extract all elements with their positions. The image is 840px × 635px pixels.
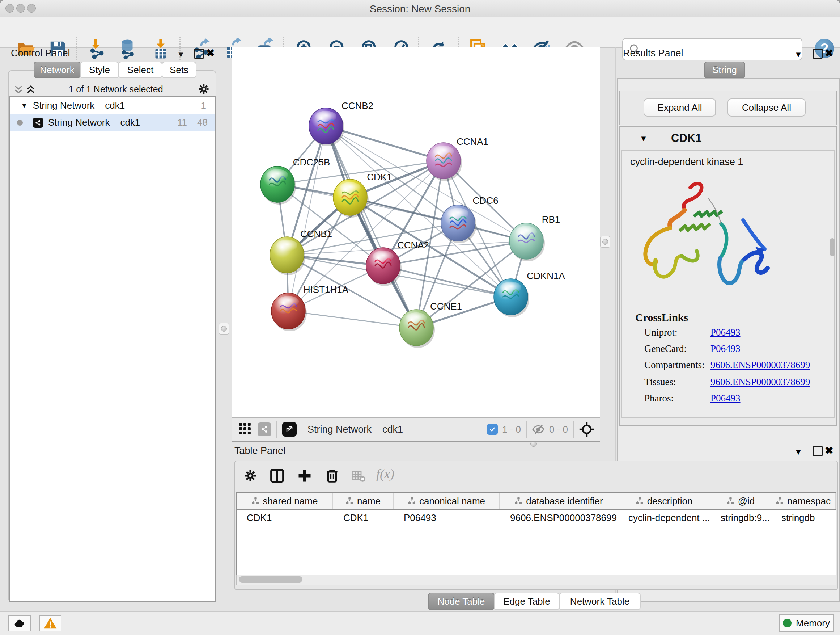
column-header-database-identifier[interactable]: database identifier <box>500 493 618 509</box>
network-node-CCNA1[interactable]: CCNA1 <box>426 136 488 181</box>
tab-style[interactable]: Style <box>80 62 119 78</box>
create-column-button[interactable] <box>297 468 313 485</box>
column-header-name[interactable]: name <box>333 493 393 509</box>
protein-name: CDK1 <box>671 132 701 145</box>
network-node-HIST1H1A[interactable]: HIST1H1A <box>271 284 349 331</box>
hidden-count: 0 - 0 <box>549 424 568 435</box>
network-view-share-button[interactable] <box>257 423 271 436</box>
tab-sets[interactable]: Sets <box>162 62 196 78</box>
right-splitter-handle[interactable] <box>600 236 610 248</box>
crosslink-label: Uniprot: <box>644 327 677 338</box>
tree-collapse-arrow-icon[interactable]: ▼ <box>21 101 28 110</box>
selected-checkbox-icon[interactable] <box>487 424 498 435</box>
memory-button[interactable]: Memory <box>779 614 834 632</box>
show-columns-button[interactable] <box>269 468 285 485</box>
results-panel-menu-button[interactable]: ▼ <box>794 50 802 59</box>
control-panel-float-button[interactable] <box>194 49 204 59</box>
table-cell[interactable]: stringdb <box>771 510 836 526</box>
results-scrollbar-thumb[interactable] <box>830 238 835 256</box>
table-cell[interactable]: CDK1 <box>237 510 333 526</box>
pharos-link[interactable]: P06493 <box>711 393 741 404</box>
table-row[interactable]: CDK1CDK1P064939606.ENSP00000378699cyclin… <box>237 510 836 526</box>
gear-icon <box>243 469 257 483</box>
function-builder-button[interactable]: f(x) <box>376 466 394 481</box>
tab-network-table[interactable]: Network Table <box>559 593 641 610</box>
node-table: shared namenamecanonical namedatabase id… <box>236 492 836 576</box>
network-node-CCNE1[interactable]: CCNE1 <box>399 301 462 348</box>
import-database-icon <box>117 38 138 59</box>
tab-select[interactable]: Select <box>118 62 163 78</box>
column-header-shared-name[interactable]: shared name <box>237 493 333 509</box>
network-edge[interactable] <box>326 126 416 328</box>
column-header--id[interactable]: @id <box>711 493 771 509</box>
table-options-button[interactable] <box>243 469 257 485</box>
collapse-all-button[interactable]: Collapse All <box>728 98 806 117</box>
detach-view-button[interactable] <box>282 422 297 437</box>
network-node-CCNB1[interactable]: CCNB1 <box>270 228 332 275</box>
network-node-CDC6[interactable]: CDC6 <box>441 195 498 243</box>
control-panel-close-button[interactable]: ✖ <box>206 47 215 59</box>
network-edge[interactable] <box>288 311 416 328</box>
import-network-from-database-button[interactable] <box>116 37 139 60</box>
edge-count: 48 <box>197 117 208 128</box>
network-tree-row-selected[interactable]: String Network – cdk1 11 48 <box>10 114 215 131</box>
node-label: CCNB2 <box>341 100 373 111</box>
network-options-button[interactable] <box>197 82 210 97</box>
network-node-RB1[interactable]: RB1 <box>509 214 560 261</box>
table-cell[interactable]: cyclin-dependent ... <box>618 510 711 526</box>
uniprot-link[interactable]: P06493 <box>711 327 741 338</box>
left-splitter-handle[interactable] <box>219 323 229 334</box>
table-panel-float-button[interactable] <box>813 446 823 456</box>
node-label: CCNA2 <box>397 240 429 250</box>
results-panel-close-button[interactable]: ✖ <box>825 47 833 59</box>
network-collection-label: String Network – cdk1 <box>33 100 125 111</box>
hscrollbar-thumb[interactable] <box>239 576 302 583</box>
control-panel-menu-button[interactable]: ▼ <box>177 50 185 59</box>
table-cell[interactable]: CDK1 <box>333 510 393 526</box>
cloud-icon <box>13 617 26 630</box>
table-cell[interactable]: stringdb:9... <box>711 510 771 526</box>
birdseye-crosshair-icon[interactable] <box>579 421 595 437</box>
tab-edge-table[interactable]: Edge Table <box>494 593 560 610</box>
table-hscrollbar[interactable] <box>236 575 836 585</box>
table-panel-close-button[interactable]: ✖ <box>825 445 833 456</box>
network-node-CCNB2[interactable]: CCNB2 <box>309 100 373 146</box>
delete-column-button[interactable] <box>324 468 340 485</box>
network-canvas[interactable]: CCNB2CCNA1CDC25BCDK1CDC6RB1CCNB1CCNA2CDK… <box>232 47 600 417</box>
collapse-all-networks-button[interactable] <box>13 84 24 96</box>
results-panel-title: Results Panel <box>623 48 684 59</box>
column-header-namespac[interactable]: namespac <box>771 493 836 509</box>
table-cell[interactable]: 9606.ENSP00000378699 <box>500 510 618 526</box>
protein-collapse-arrow-icon[interactable]: ▼ <box>639 134 647 143</box>
network-tree-root-row[interactable]: ▼ String Network – cdk1 1 <box>10 97 215 114</box>
node-label: CCNB1 <box>300 228 332 239</box>
column-header-description[interactable]: description <box>618 493 711 509</box>
tab-network[interactable]: Network <box>34 62 81 78</box>
status-bar <box>0 611 840 635</box>
cloud-status-button[interactable] <box>8 616 31 631</box>
show-grid-button[interactable] <box>238 422 252 437</box>
table-cell[interactable]: P06493 <box>393 510 500 526</box>
expand-all-networks-button[interactable] <box>25 84 36 96</box>
import-network-button[interactable] <box>85 37 109 60</box>
warnings-button[interactable] <box>39 616 62 631</box>
tissues-link[interactable]: 9606.ENSP00000378699 <box>711 377 810 388</box>
network-view-title: String Network – cdk1 <box>308 424 403 435</box>
expand-all-button[interactable]: Expand All <box>644 98 716 117</box>
network-node-CDKN1A[interactable]: CDKN1A <box>494 271 565 317</box>
network-node-CDK1[interactable]: CDK1 <box>333 172 392 218</box>
delete-table-button[interactable] <box>351 469 366 485</box>
column-header-canonical-name[interactable]: canonical name <box>393 493 500 509</box>
results-panel-float-button[interactable] <box>813 49 823 59</box>
crosslink-label: GeneCard: <box>644 343 687 355</box>
bottom-splitter-handle[interactable] <box>531 441 537 447</box>
tab-string[interactable]: String <box>704 62 745 78</box>
compartments-link[interactable]: 9606.ENSP00000378699 <box>711 359 810 371</box>
gear-icon <box>197 82 210 96</box>
import-table-button[interactable] <box>149 37 172 60</box>
network-edge[interactable] <box>288 126 326 311</box>
genecard-link[interactable]: P06493 <box>711 343 741 355</box>
node-count: 11 <box>177 117 187 128</box>
tab-node-table[interactable]: Node Table <box>428 593 494 610</box>
table-panel-menu-button[interactable]: ▼ <box>794 448 802 457</box>
